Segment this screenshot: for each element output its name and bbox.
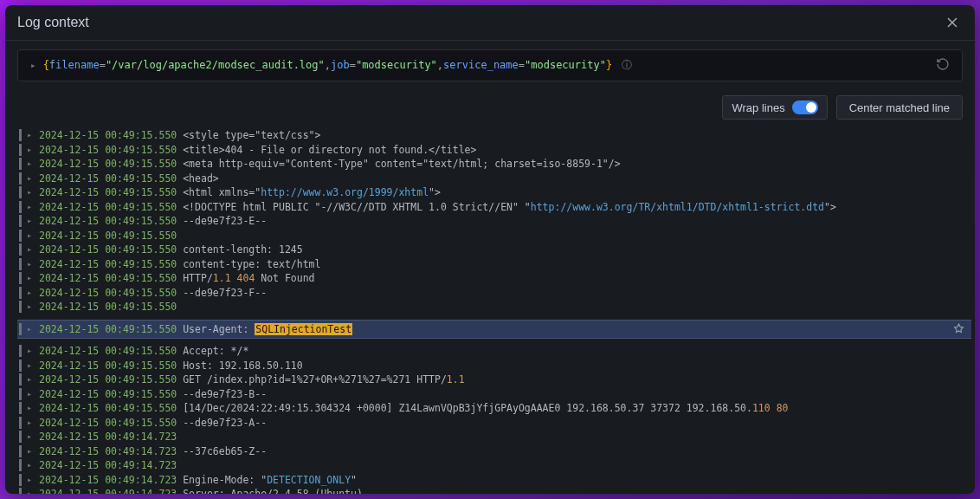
expand-row-icon[interactable]: ▸ <box>27 487 34 494</box>
log-row[interactable]: ▸2024-12-15 00:49:15.550 GET /index.php?… <box>17 373 971 387</box>
log-marker <box>19 388 22 400</box>
close-button[interactable] <box>942 12 963 33</box>
expand-row-icon[interactable]: ▸ <box>27 257 34 272</box>
toggle-switch[interactable] <box>792 100 818 114</box>
log-row[interactable]: ▸2024-12-15 00:49:14.723 --37c6eb65-Z-- <box>17 444 971 459</box>
panel-title: Log context <box>17 15 89 30</box>
log-content: 2024-12-15 00:49:15.550 User-Agent: SQLI… <box>39 322 352 337</box>
log-row[interactable]: ▸2024-12-15 00:49:15.550 HTTP/1.1 404 No… <box>17 271 971 286</box>
log-row[interactable]: ▸2024-12-15 00:49:15.550 --de9e7f23-E-- <box>17 214 971 229</box>
log-row[interactable]: ▸2024-12-15 00:49:15.550 <!DOCTYPE html … <box>17 200 971 215</box>
log-row[interactable]: ▸2024-12-15 00:49:15.550 --de9e7f23-A-- <box>17 416 971 431</box>
log-row[interactable]: ▸2024-12-15 00:49:15.550 <meta http-equi… <box>17 157 971 172</box>
expand-row-icon[interactable]: ▸ <box>27 143 34 158</box>
log-content: 2024-12-15 00:49:15.550 content-type: te… <box>39 257 320 272</box>
expand-row-icon[interactable]: ▸ <box>27 185 34 200</box>
log-list[interactable]: ▸2024-12-15 00:49:15.550 <style type="te… <box>5 128 975 494</box>
log-timestamp: 2024-12-15 00:49:14.723 <box>39 445 177 457</box>
log-content: 2024-12-15 00:49:15.550 Accept: */* <box>39 344 248 359</box>
log-row[interactable]: ▸2024-12-15 00:49:15.550 --de9e7f23-F-- <box>17 286 971 301</box>
log-content: 2024-12-15 00:49:14.723 <box>39 430 183 444</box>
expand-row-icon[interactable]: ▸ <box>27 243 34 257</box>
log-row[interactable]: ▸2024-12-15 00:49:15.550 <title>404 - Fi… <box>17 143 971 158</box>
expand-row-icon[interactable]: ▸ <box>27 458 34 473</box>
log-row[interactable]: ▸2024-12-15 00:49:14.723 <box>17 458 971 473</box>
log-marker <box>19 373 22 386</box>
info-icon[interactable]: ⓘ <box>616 59 632 71</box>
expand-row-icon[interactable]: ▸ <box>27 322 34 337</box>
log-row[interactable]: ▸2024-12-15 00:49:15.550 --de9e7f23-B-- <box>17 387 971 402</box>
wrap-lines-toggle[interactable]: Wrap lines <box>722 95 827 120</box>
center-matched-button[interactable]: Center matched line <box>836 95 963 120</box>
toolbar: Wrap lines Center matched line <box>5 90 975 128</box>
log-marker <box>19 158 22 170</box>
log-row[interactable]: ▸2024-12-15 00:49:15.550 <style type="te… <box>17 128 971 143</box>
expand-row-icon[interactable]: ▸ <box>27 473 34 488</box>
log-row[interactable]: ▸2024-12-15 00:49:14.723 Server: Apache/… <box>17 487 971 494</box>
expand-row-icon[interactable]: ▸ <box>27 200 34 215</box>
expand-row-icon[interactable]: ▸ <box>27 229 34 243</box>
log-row[interactable]: ▸2024-12-15 00:49:15.550 <box>17 229 971 243</box>
log-marker <box>19 360 22 372</box>
log-row[interactable]: ▸2024-12-15 00:49:15.550 content-type: t… <box>17 257 971 272</box>
log-timestamp: 2024-12-15 00:49:15.550 <box>39 373 177 386</box>
expand-row-icon[interactable]: ▸ <box>27 401 34 416</box>
expand-row-icon[interactable]: ▸ <box>27 214 34 229</box>
log-row[interactable]: ▸2024-12-15 00:49:15.550 [14/Dec/2024:22… <box>17 401 971 416</box>
expand-row-icon[interactable]: ▸ <box>27 300 34 314</box>
log-marker <box>19 445 22 457</box>
expand-row-icon[interactable]: ▸ <box>27 344 34 359</box>
log-timestamp: 2024-12-15 00:49:15.550 <box>39 129 177 141</box>
log-row-matched[interactable]: ▸2024-12-15 00:49:15.550 User-Agent: SQL… <box>17 320 971 340</box>
log-marker <box>19 459 22 471</box>
log-row[interactable]: ▸2024-12-15 00:49:15.550 <html xmlns="ht… <box>17 185 971 200</box>
pin-icon[interactable] <box>953 323 964 339</box>
expand-row-icon[interactable]: ▸ <box>27 271 34 286</box>
log-content: 2024-12-15 00:49:15.550 HTTP/1.1 404 Not… <box>39 271 315 286</box>
log-row[interactable]: ▸2024-12-15 00:49:14.723 Engine-Mode: "D… <box>17 473 971 488</box>
log-timestamp: 2024-12-15 00:49:15.550 <box>39 287 177 299</box>
log-marker <box>19 272 22 284</box>
log-row[interactable]: ▸2024-12-15 00:49:15.550 <box>17 300 971 314</box>
log-timestamp: 2024-12-15 00:49:15.550 <box>39 172 177 185</box>
log-number: 1.1 <box>213 272 231 284</box>
log-row[interactable]: ▸2024-12-15 00:49:15.550 <head> <box>17 172 971 186</box>
log-row[interactable]: ▸2024-12-15 00:49:14.723 <box>17 430 971 444</box>
log-marker <box>19 323 22 335</box>
log-row[interactable]: ▸2024-12-15 00:49:15.550 Host: 192.168.5… <box>17 359 971 373</box>
expand-row-icon[interactable]: ▸ <box>27 286 34 301</box>
expand-row-icon[interactable]: ▸ <box>27 157 34 172</box>
log-content: 2024-12-15 00:49:15.550 --de9e7f23-A-- <box>39 416 267 431</box>
expand-row-icon[interactable]: ▸ <box>27 387 34 402</box>
log-marker <box>19 243 22 256</box>
log-marker <box>19 129 22 141</box>
expand-row-icon[interactable]: ▸ <box>27 172 34 186</box>
log-content: 2024-12-15 00:49:15.550 <box>39 300 183 314</box>
log-number: 80 <box>777 402 789 414</box>
log-number: 404 <box>237 272 255 284</box>
expand-row-icon[interactable]: ▸ <box>27 373 34 387</box>
log-content: 2024-12-15 00:49:15.550 --de9e7f23-F-- <box>39 286 267 301</box>
log-marker <box>19 301 22 313</box>
log-content: 2024-12-15 00:49:15.550 <style type="tex… <box>39 128 320 143</box>
expand-row-icon[interactable]: ▸ <box>27 416 34 431</box>
log-content: 2024-12-15 00:49:15.550 <!DOCTYPE html P… <box>39 200 836 215</box>
wrap-lines-label: Wrap lines <box>732 101 784 114</box>
log-marker <box>19 431 22 443</box>
log-row[interactable]: ▸2024-12-15 00:49:15.550 content-length:… <box>17 243 971 257</box>
expand-row-icon[interactable]: ▸ <box>27 444 34 459</box>
log-marker <box>19 474 22 486</box>
log-timestamp: 2024-12-15 00:49:15.550 <box>39 345 177 357</box>
log-content: 2024-12-15 00:49:15.550 --de9e7f23-E-- <box>39 214 267 229</box>
log-timestamp: 2024-12-15 00:49:15.550 <box>39 360 177 372</box>
log-row[interactable]: ▸2024-12-15 00:49:15.550 Accept: */* <box>17 344 971 359</box>
log-content: 2024-12-15 00:49:15.550 content-length: … <box>39 243 303 257</box>
expand-chevron-icon[interactable]: ▸ <box>30 60 36 71</box>
expand-row-icon[interactable]: ▸ <box>27 359 34 373</box>
reset-icon[interactable] <box>936 57 950 74</box>
log-content: 2024-12-15 00:49:15.550 --de9e7f23-B-- <box>39 387 267 402</box>
expand-row-icon[interactable]: ▸ <box>27 128 34 143</box>
expand-row-icon[interactable]: ▸ <box>27 430 34 444</box>
log-timestamp: 2024-12-15 00:49:14.723 <box>39 488 177 494</box>
query-bar[interactable]: ▸ {filename="/var/log/apache2/modsec_aud… <box>17 49 963 81</box>
